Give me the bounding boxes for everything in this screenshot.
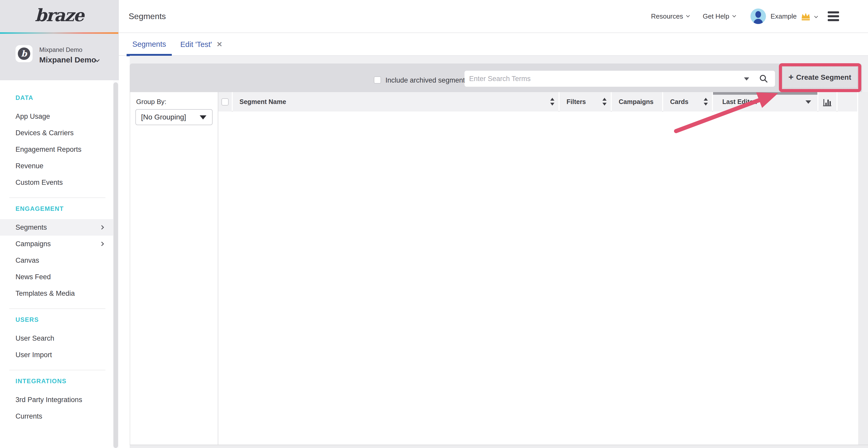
table-scroll-gutter <box>858 92 868 445</box>
column-analytics[interactable] <box>818 92 836 111</box>
create-segment-button[interactable]: + Create Segment <box>782 66 858 88</box>
braze-dashboard: braze b Mixpanel Demo Mixpanel Demo DATA… <box>0 0 868 448</box>
column-filters[interactable]: Filters <box>560 92 611 111</box>
column-segment-name[interactable]: Segment Name <box>233 92 559 111</box>
resources-menu[interactable]: Resources <box>651 12 689 21</box>
workspace-company-name: Mixpanel Demo <box>39 46 83 54</box>
sort-icon[interactable] <box>704 98 708 106</box>
sidebar-item-canvas[interactable]: Canvas <box>0 252 113 269</box>
account-menu[interactable]: Example <box>771 12 797 21</box>
table-bottom-strip <box>130 445 868 448</box>
workspace-app-name[interactable]: Mixpanel Demo <box>39 56 96 64</box>
crown-icon <box>801 12 811 21</box>
search-input[interactable] <box>464 71 775 87</box>
sort-icon[interactable] <box>550 98 554 106</box>
column-caret-icon[interactable] <box>805 100 811 104</box>
select-all-cell <box>218 92 232 111</box>
top-header: Segments Resources Get Help Example <box>119 0 868 33</box>
sidebar-item-currents[interactable]: Currents <box>0 408 113 424</box>
workspace-selector[interactable]: b Mixpanel Demo Mixpanel Demo <box>0 34 118 80</box>
sort-icon[interactable] <box>602 98 607 106</box>
sidebar-item-engagement-reports[interactable]: Engagement Reports <box>0 141 113 158</box>
sidebar-item-user-search[interactable]: User Search <box>0 330 113 347</box>
group-by-label: Group By: <box>136 98 166 106</box>
chevron-down-icon <box>686 14 690 17</box>
nav-divider <box>9 198 105 198</box>
segments-table-body <box>218 112 857 445</box>
avatar[interactable] <box>750 8 766 24</box>
group-by-value: [No Grouping] <box>141 110 186 125</box>
nav-section-integrations: INTEGRATIONS <box>16 378 113 385</box>
close-icon[interactable]: ✕ <box>216 33 222 56</box>
nav-divider <box>9 308 105 309</box>
column-last-edited[interactable]: Last Edited <box>713 92 817 111</box>
active-sort-indicator <box>713 92 817 95</box>
braze-logo: braze <box>0 0 118 30</box>
sidebar: braze b Mixpanel Demo Mixpanel Demo DATA… <box>0 0 119 448</box>
sidebar-item-campaigns[interactable]: Campaigns <box>0 236 113 252</box>
bar-chart-icon <box>823 98 832 106</box>
group-by-panel: Group By: [No Grouping] <box>130 92 218 445</box>
search-dropdown-caret-icon[interactable] <box>744 77 749 80</box>
page-title: Segments <box>129 0 166 33</box>
sidebar-item-segments[interactable]: Segments <box>0 219 113 236</box>
nav-divider <box>9 370 105 370</box>
chevron-down-icon <box>733 14 736 17</box>
column-cards[interactable]: Cards <box>663 92 712 111</box>
tab-edit-test[interactable]: Edit 'Test' ✕ <box>175 33 227 56</box>
chevron-right-icon <box>100 225 104 230</box>
sidebar-item-custom-events[interactable]: Custom Events <box>0 174 113 191</box>
sidebar-scrollbar[interactable] <box>113 80 119 448</box>
tab-bar: Segments Edit 'Test' ✕ <box>119 33 868 56</box>
nav-section-users: USERS <box>16 316 113 323</box>
hamburger-menu-icon[interactable] <box>828 11 839 21</box>
sidebar-item-revenue[interactable]: Revenue <box>0 158 113 174</box>
sidebar-item-user-import[interactable]: User Import <box>0 347 113 363</box>
sidebar-item-news-feed[interactable]: News Feed <box>0 269 113 285</box>
search-icon[interactable] <box>759 74 768 83</box>
user-icon <box>755 11 761 18</box>
segments-toolbar: Include archived segments <box>130 64 862 92</box>
sidebar-scrollbar-thumb[interactable] <box>114 82 118 448</box>
workspace-app-icon: b <box>16 45 33 62</box>
column-campaigns[interactable]: Campaigns <box>612 92 662 111</box>
workspace-monogram-icon: b <box>18 47 30 60</box>
include-archived-label[interactable]: Include archived segments <box>385 76 468 84</box>
sidebar-nav: DATA App Usage Devices & Carriers Engage… <box>0 80 113 448</box>
nav-section-engagement: ENGAGEMENT <box>16 205 113 212</box>
sidebar-item-3rd-party-integrations[interactable]: 3rd Party Integrations <box>0 391 113 408</box>
dropdown-caret-icon <box>200 115 207 119</box>
segments-table-header: Segment Name Filters Campaigns Cards Las… <box>218 92 857 111</box>
column-empty <box>838 92 857 111</box>
sidebar-item-app-usage[interactable]: App Usage <box>0 108 113 125</box>
get-help-menu[interactable]: Get Help <box>703 12 736 21</box>
select-all-checkbox[interactable] <box>221 98 228 106</box>
group-by-dropdown[interactable]: [No Grouping] <box>135 109 213 125</box>
sidebar-item-templates-media[interactable]: Templates & Media <box>0 285 113 302</box>
tab-segments[interactable]: Segments <box>127 33 172 56</box>
nav-section-data: DATA <box>16 94 113 101</box>
include-archived-checkbox[interactable] <box>374 76 381 83</box>
search-box <box>464 71 775 87</box>
chevron-down-icon[interactable] <box>814 14 818 18</box>
logo-block: braze <box>0 0 118 32</box>
sidebar-item-devices-carriers[interactable]: Devices & Carriers <box>0 125 113 141</box>
plus-icon: + <box>788 72 794 82</box>
chevron-right-icon <box>100 242 104 246</box>
header-controls: Resources Get Help Example <box>651 0 839 33</box>
